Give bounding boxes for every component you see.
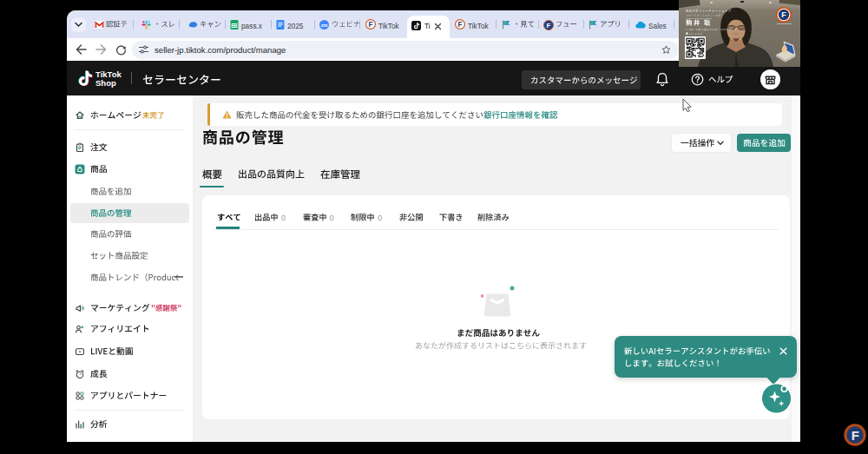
svg-text:F: F xyxy=(368,21,372,29)
svg-text:F: F xyxy=(457,21,462,29)
svg-text:F: F xyxy=(547,21,551,29)
svg-text:zm: zm xyxy=(321,22,328,27)
svg-text:F: F xyxy=(852,428,859,443)
svg-text:F: F xyxy=(781,10,786,19)
